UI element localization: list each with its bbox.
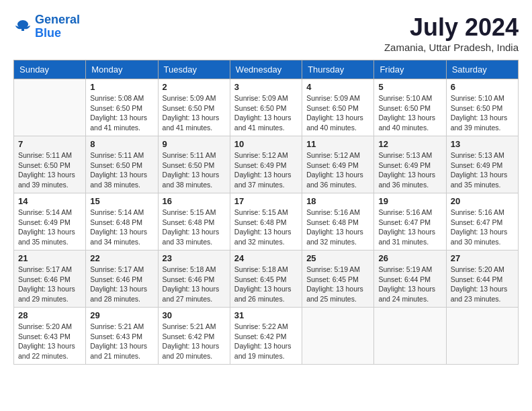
col-header-monday: Monday	[86, 60, 158, 79]
calendar-cell: 25Sunrise: 5:19 AM Sunset: 6:45 PM Dayli…	[302, 250, 374, 308]
day-number: 27	[451, 253, 514, 263]
cell-info: Sunrise: 5:18 AM Sunset: 6:46 PM Dayligh…	[163, 265, 226, 304]
cell-info: Sunrise: 5:21 AM Sunset: 6:42 PM Dayligh…	[163, 322, 226, 361]
logo-text: GeneralBlue	[35, 13, 80, 40]
calendar-header-row: SundayMondayTuesdayWednesdayThursdayFrid…	[14, 60, 519, 79]
day-number: 25	[306, 253, 369, 263]
day-number: 15	[90, 196, 153, 206]
cell-info: Sunrise: 5:16 AM Sunset: 6:47 PM Dayligh…	[451, 208, 514, 247]
day-number: 13	[451, 139, 514, 149]
cell-info: Sunrise: 5:11 AM Sunset: 6:50 PM Dayligh…	[18, 150, 81, 190]
day-number: 12	[378, 139, 441, 149]
day-number: 30	[163, 310, 226, 320]
calendar-cell: 21Sunrise: 5:17 AM Sunset: 6:46 PM Dayli…	[14, 250, 86, 308]
day-number: 24	[234, 253, 298, 263]
calendar-cell: 4Sunrise: 5:09 AM Sunset: 6:50 PM Daylig…	[302, 79, 374, 136]
day-number: 19	[378, 196, 441, 206]
day-number: 7	[18, 139, 81, 149]
calendar-cell: 26Sunrise: 5:19 AM Sunset: 6:44 PM Dayli…	[374, 250, 446, 308]
day-number: 5	[378, 82, 441, 92]
cell-info: Sunrise: 5:14 AM Sunset: 6:48 PM Dayligh…	[90, 208, 153, 247]
day-number: 10	[234, 139, 298, 149]
calendar-week-5: 28Sunrise: 5:20 AM Sunset: 6:43 PM Dayli…	[14, 308, 519, 365]
calendar-cell: 22Sunrise: 5:17 AM Sunset: 6:46 PM Dayli…	[86, 250, 158, 308]
calendar-cell: 17Sunrise: 5:15 AM Sunset: 6:48 PM Dayli…	[230, 193, 302, 250]
cell-info: Sunrise: 5:19 AM Sunset: 6:45 PM Dayligh…	[306, 265, 369, 304]
logo: GeneralBlue	[13, 13, 80, 40]
day-number: 28	[18, 310, 81, 320]
cell-info: Sunrise: 5:21 AM Sunset: 6:43 PM Dayligh…	[90, 322, 153, 361]
cell-info: Sunrise: 5:12 AM Sunset: 6:49 PM Dayligh…	[234, 150, 298, 190]
logo-icon	[13, 17, 32, 36]
calendar-cell: 29Sunrise: 5:21 AM Sunset: 6:43 PM Dayli…	[86, 308, 158, 365]
cell-info: Sunrise: 5:20 AM Sunset: 6:43 PM Dayligh…	[18, 322, 81, 361]
day-number: 4	[306, 82, 369, 92]
col-header-tuesday: Tuesday	[158, 60, 230, 79]
cell-info: Sunrise: 5:17 AM Sunset: 6:46 PM Dayligh…	[18, 265, 81, 304]
day-number: 21	[18, 253, 81, 263]
col-header-sunday: Sunday	[14, 60, 86, 79]
calendar-cell: 1Sunrise: 5:08 AM Sunset: 6:50 PM Daylig…	[86, 79, 158, 136]
day-number: 23	[163, 253, 226, 263]
day-number: 16	[163, 196, 226, 206]
day-number: 11	[306, 139, 369, 149]
calendar-cell: 12Sunrise: 5:13 AM Sunset: 6:49 PM Dayli…	[374, 136, 446, 193]
calendar-cell: 8Sunrise: 5:11 AM Sunset: 6:50 PM Daylig…	[86, 136, 158, 193]
cell-info: Sunrise: 5:10 AM Sunset: 6:50 PM Dayligh…	[378, 93, 441, 133]
col-header-wednesday: Wednesday	[230, 60, 302, 79]
calendar-table: SundayMondayTuesdayWednesdayThursdayFrid…	[13, 60, 519, 365]
cell-info: Sunrise: 5:12 AM Sunset: 6:49 PM Dayligh…	[306, 150, 369, 190]
day-number: 18	[306, 196, 369, 206]
cell-info: Sunrise: 5:20 AM Sunset: 6:44 PM Dayligh…	[451, 265, 514, 304]
cell-info: Sunrise: 5:19 AM Sunset: 6:44 PM Dayligh…	[378, 265, 441, 304]
cell-info: Sunrise: 5:09 AM Sunset: 6:50 PM Dayligh…	[306, 93, 369, 133]
cell-info: Sunrise: 5:15 AM Sunset: 6:48 PM Dayligh…	[163, 208, 226, 247]
calendar-cell: 3Sunrise: 5:09 AM Sunset: 6:50 PM Daylig…	[230, 79, 302, 136]
calendar-cell: 6Sunrise: 5:10 AM Sunset: 6:50 PM Daylig…	[446, 79, 518, 136]
day-number: 29	[90, 310, 153, 320]
day-number: 6	[451, 82, 514, 92]
day-number: 14	[18, 196, 81, 206]
calendar-cell: 18Sunrise: 5:16 AM Sunset: 6:48 PM Dayli…	[302, 193, 374, 250]
cell-info: Sunrise: 5:15 AM Sunset: 6:48 PM Dayligh…	[234, 208, 298, 247]
calendar-cell: 14Sunrise: 5:14 AM Sunset: 6:49 PM Dayli…	[14, 193, 86, 250]
day-number: 8	[90, 139, 153, 149]
month-year-title: July 2024	[384, 13, 519, 42]
calendar-cell: 19Sunrise: 5:16 AM Sunset: 6:47 PM Dayli…	[374, 193, 446, 250]
day-number: 3	[234, 82, 298, 92]
calendar-week-1: 1Sunrise: 5:08 AM Sunset: 6:50 PM Daylig…	[14, 79, 519, 136]
calendar-cell	[446, 308, 518, 365]
day-number: 2	[163, 82, 226, 92]
location-subtitle: Zamania, Uttar Pradesh, India	[384, 42, 519, 53]
cell-info: Sunrise: 5:09 AM Sunset: 6:50 PM Dayligh…	[163, 93, 226, 133]
day-number: 1	[90, 82, 153, 92]
calendar-cell: 28Sunrise: 5:20 AM Sunset: 6:43 PM Dayli…	[14, 308, 86, 365]
calendar-cell: 23Sunrise: 5:18 AM Sunset: 6:46 PM Dayli…	[158, 250, 230, 308]
day-number: 9	[163, 139, 226, 149]
cell-info: Sunrise: 5:17 AM Sunset: 6:46 PM Dayligh…	[90, 265, 153, 304]
cell-info: Sunrise: 5:18 AM Sunset: 6:45 PM Dayligh…	[234, 265, 298, 304]
cell-info: Sunrise: 5:16 AM Sunset: 6:48 PM Dayligh…	[306, 208, 369, 247]
cell-info: Sunrise: 5:11 AM Sunset: 6:50 PM Dayligh…	[90, 150, 153, 190]
calendar-week-4: 21Sunrise: 5:17 AM Sunset: 6:46 PM Dayli…	[14, 250, 519, 308]
calendar-cell: 2Sunrise: 5:09 AM Sunset: 6:50 PM Daylig…	[158, 79, 230, 136]
calendar-cell: 5Sunrise: 5:10 AM Sunset: 6:50 PM Daylig…	[374, 79, 446, 136]
calendar-cell: 9Sunrise: 5:11 AM Sunset: 6:50 PM Daylig…	[158, 136, 230, 193]
day-number: 26	[378, 253, 441, 263]
title-area: July 2024 Zamania, Uttar Pradesh, India	[384, 13, 519, 53]
calendar-cell: 16Sunrise: 5:15 AM Sunset: 6:48 PM Dayli…	[158, 193, 230, 250]
calendar-cell: 13Sunrise: 5:13 AM Sunset: 6:49 PM Dayli…	[446, 136, 518, 193]
calendar-week-2: 7Sunrise: 5:11 AM Sunset: 6:50 PM Daylig…	[14, 136, 519, 193]
calendar-cell: 27Sunrise: 5:20 AM Sunset: 6:44 PM Dayli…	[446, 250, 518, 308]
cell-info: Sunrise: 5:08 AM Sunset: 6:50 PM Dayligh…	[90, 93, 153, 133]
cell-info: Sunrise: 5:14 AM Sunset: 6:49 PM Dayligh…	[18, 208, 81, 247]
day-number: 31	[234, 310, 298, 320]
calendar-week-3: 14Sunrise: 5:14 AM Sunset: 6:49 PM Dayli…	[14, 193, 519, 250]
day-number: 22	[90, 253, 153, 263]
calendar-cell	[374, 308, 446, 365]
day-number: 17	[234, 196, 298, 206]
day-number: 20	[451, 196, 514, 206]
calendar-cell	[302, 308, 374, 365]
calendar-cell: 7Sunrise: 5:11 AM Sunset: 6:50 PM Daylig…	[14, 136, 86, 193]
cell-info: Sunrise: 5:13 AM Sunset: 6:49 PM Dayligh…	[378, 150, 441, 190]
